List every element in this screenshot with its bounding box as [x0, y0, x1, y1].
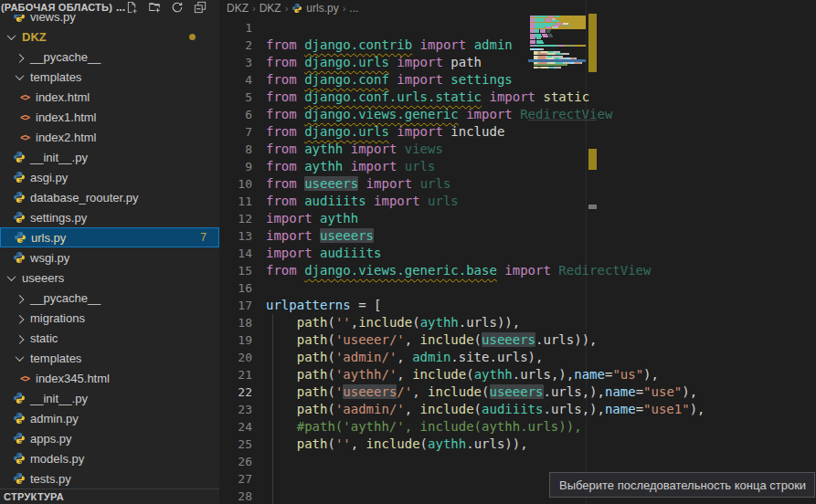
- tree-item-__pycache__[interactable]: __pycache__: [0, 288, 219, 308]
- tree-item-database_roouter.py[interactable]: database_roouter.py: [0, 187, 219, 207]
- tree-item-admin.py[interactable]: admin.py: [0, 408, 219, 428]
- chevron-right-icon: [12, 290, 26, 305]
- code-line-2[interactable]: 2from django.contrib import admin: [219, 37, 816, 54]
- tree-item-index345.html[interactable]: <>index345.html: [0, 368, 219, 388]
- line-number[interactable]: 24: [219, 418, 266, 436]
- python-file-icon: [12, 150, 26, 164]
- line-number[interactable]: 16: [219, 279, 266, 297]
- line-number[interactable]: 19: [219, 331, 266, 349]
- code-line-11[interactable]: 11from audiiits import urls: [219, 193, 816, 210]
- line-number[interactable]: 22: [219, 383, 266, 401]
- minimap[interactable]: [528, 0, 597, 504]
- code-line-18[interactable]: 18 path('',include(aythh.urls)),: [219, 314, 816, 331]
- code-line-25[interactable]: 25 path('', include(aythh.urls)),: [219, 436, 816, 453]
- line-number[interactable]: 17: [219, 297, 266, 314]
- tree-item-__init__.py[interactable]: __init__.py: [0, 388, 219, 408]
- tree-item-DKZ[interactable]: DKZ: [0, 26, 219, 47]
- line-number[interactable]: 25: [219, 436, 266, 453]
- line-number[interactable]: 18: [219, 314, 266, 331]
- tree-item-migrations[interactable]: migrations: [0, 308, 219, 328]
- line-number[interactable]: 1: [219, 19, 266, 37]
- code-line-26[interactable]: 26: [219, 453, 816, 470]
- line-number[interactable]: 12: [219, 210, 266, 227]
- code-line-1[interactable]: 1: [219, 19, 816, 37]
- tree-item-apps.py[interactable]: apps.py: [0, 428, 219, 448]
- code-line-19[interactable]: 19 path('useeer/', include(useeers.urls)…: [219, 331, 816, 349]
- code-line-3[interactable]: 3from django.urls import path: [219, 54, 816, 71]
- code-line-22[interactable]: 22 path('useeers/', include(useeers.urls…: [219, 383, 816, 401]
- breadcrumb-item[interactable]: ...: [349, 2, 358, 15]
- line-number[interactable]: 3: [219, 54, 266, 71]
- breadcrumb-item[interactable]: urls.py: [306, 2, 338, 15]
- code-line-7[interactable]: 7from django.urls import include: [219, 123, 816, 141]
- new-file-icon[interactable]: [125, 1, 138, 14]
- line-number[interactable]: 13: [219, 227, 266, 245]
- code-line-12[interactable]: 12import aythh: [219, 210, 816, 227]
- tree-item-label: DKZ: [22, 30, 47, 44]
- code-line-24[interactable]: 24 #path('aythh/', include(aythh.urls)),: [219, 418, 816, 436]
- tree-item-index1.html[interactable]: <>index1.html: [0, 107, 219, 127]
- tree-item-index2.html[interactable]: <>index2.html: [0, 127, 219, 147]
- line-number[interactable]: 6: [219, 106, 266, 123]
- tree-item-templates[interactable]: templates: [0, 67, 219, 87]
- tree-item-__pycache__[interactable]: __pycache__: [0, 47, 219, 67]
- tree-item-useeers[interactable]: useeers: [0, 268, 219, 288]
- line-number[interactable]: 4: [219, 71, 266, 89]
- code-line-15[interactable]: 15from django.views.generic.base import …: [219, 262, 816, 279]
- outline-section-header[interactable]: СТРУКТУРА: [0, 488, 219, 504]
- line-number[interactable]: 7: [219, 123, 266, 141]
- tree-item-asgi.py[interactable]: asgi.py: [0, 167, 219, 187]
- more-actions-button[interactable]: ...: [116, 4, 125, 11]
- tree-item-tests.py[interactable]: tests.py: [0, 468, 219, 488]
- code-line-20[interactable]: 20 path('admin/', admin.site.urls),: [219, 349, 816, 366]
- code-line-4[interactable]: 4from django.conf import settings: [219, 71, 816, 89]
- line-number[interactable]: 14: [219, 245, 266, 262]
- tree-item-settings.py[interactable]: settings.py: [0, 207, 219, 227]
- code-line-5[interactable]: 5from django.conf.urls.static import sta…: [219, 89, 816, 106]
- refresh-icon[interactable]: [171, 1, 184, 14]
- line-number[interactable]: 2: [219, 37, 266, 54]
- explorer-actions: [125, 1, 207, 14]
- line-number[interactable]: 28: [219, 488, 266, 504]
- line-number[interactable]: 15: [219, 262, 266, 279]
- minimap-code: [565, 45, 576, 47]
- code-line-17[interactable]: 17urlpatterns = [: [219, 297, 816, 314]
- line-number[interactable]: 11: [219, 193, 266, 210]
- code-line-14[interactable]: 14import audiiits: [219, 245, 816, 262]
- line-number[interactable]: 8: [219, 141, 266, 158]
- python-file-icon: [13, 230, 27, 245]
- tree-item-models.py[interactable]: models.py: [0, 448, 219, 468]
- code-line-13[interactable]: 13import useeers: [219, 227, 816, 245]
- tree-item-index.html[interactable]: <>index.html: [0, 87, 219, 107]
- code-line-6[interactable]: 6from django.views.generic import Redire…: [219, 106, 816, 123]
- html-file-icon: <>: [17, 89, 32, 104]
- minimap-divider: [586, 0, 587, 504]
- tree-item-static[interactable]: static: [0, 328, 219, 348]
- new-folder-icon[interactable]: [148, 1, 161, 14]
- collapse-all-icon[interactable]: [194, 1, 207, 14]
- code-line-9[interactable]: 9from aythh import urls: [219, 158, 816, 175]
- breadcrumb-item[interactable]: DKZ: [227, 2, 249, 15]
- line-number[interactable]: 20: [219, 349, 266, 366]
- line-number[interactable]: 26: [219, 453, 266, 470]
- line-number[interactable]: 23: [219, 401, 266, 418]
- line-number[interactable]: 9: [219, 158, 266, 175]
- python-file-icon: [12, 190, 26, 205]
- html-file-icon: <>: [17, 371, 32, 385]
- code-line-8[interactable]: 8from aythh import views: [219, 141, 816, 158]
- code-line-16[interactable]: 16: [219, 279, 816, 297]
- breadcrumb-item[interactable]: DKZ: [260, 2, 281, 15]
- tree-item-templates[interactable]: templates: [0, 348, 219, 368]
- line-number[interactable]: 27: [219, 470, 266, 488]
- line-number[interactable]: 10: [219, 175, 266, 193]
- code-text: from django.urls import include: [266, 123, 504, 141]
- tree-item-urls.py[interactable]: urls.py7: [0, 227, 219, 247]
- code-line-21[interactable]: 21 path('aythh/', include(aythh.urls,),n…: [219, 366, 816, 383]
- editor-pane[interactable]: DKZ›DKZ›urls.py›... 12from django.contri…: [219, 0, 816, 504]
- line-number[interactable]: 21: [219, 366, 266, 383]
- code-line-23[interactable]: 23 path('aadmin/', include(audiiits.urls…: [219, 401, 816, 418]
- tree-item-wsgi.py[interactable]: wsgi.py: [0, 247, 219, 268]
- code-line-10[interactable]: 10from useeers import urls: [219, 175, 816, 193]
- tree-item-__init__.py[interactable]: __init__.py: [0, 147, 219, 167]
- line-number[interactable]: 5: [219, 89, 266, 106]
